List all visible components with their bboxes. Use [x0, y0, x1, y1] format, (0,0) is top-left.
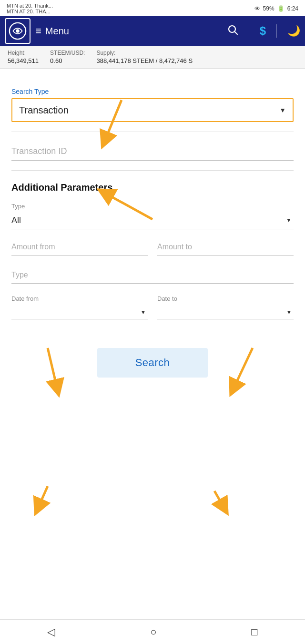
menu-label: Menu — [45, 26, 69, 37]
nav-divider — [249, 24, 249, 38]
divider2 — [11, 170, 294, 171]
svg-point-1 — [16, 29, 20, 33]
type-text-input[interactable] — [11, 267, 294, 284]
logo — [5, 18, 30, 44]
recents-button[interactable]: □ — [251, 626, 257, 638]
type-select-wrapper: All Transfer Vote Comment ▼ — [11, 212, 294, 229]
dollar-icon[interactable]: $ — [260, 24, 266, 38]
battery-indicator: 59% — [263, 5, 274, 12]
date-row: Date from ▼ Date to ▼ — [11, 295, 294, 319]
additional-parameters-title: Additional Parameters — [11, 182, 294, 193]
info-bar: Height: 56,349,511 STEEM/USD: 0.60 Suppl… — [0, 46, 305, 69]
supply-info: Supply: 388,441,178 STEEM / 8,472,746 S — [96, 50, 193, 64]
search-type-select-wrapper: Transaction Block Account Witness ▼ — [11, 98, 294, 122]
amount-from-col — [11, 239, 148, 256]
type-field-section: Type All Transfer Vote Comment ▼ — [11, 203, 294, 229]
date-from-select-wrapper: ▼ — [11, 305, 148, 319]
steem-logo-icon — [9, 22, 27, 40]
menu-button[interactable]: ≡ Menu — [35, 25, 227, 37]
supply-value: 388,441,178 STEEM / 8,472,746 S — [96, 57, 193, 64]
svg-line-9 — [38, 486, 48, 508]
amount-to-input[interactable] — [157, 239, 294, 256]
main-content: Search Type Transaction Block Account Wi… — [0, 69, 305, 387]
date-to-select[interactable] — [157, 305, 294, 319]
height-info: Height: 56,349,511 — [8, 50, 39, 64]
steem-usd-label: STEEM/USD: — [50, 50, 85, 56]
date-from-select[interactable] — [11, 305, 148, 319]
hamburger-icon: ≡ — [35, 25, 41, 37]
eye-icon: 👁 — [254, 5, 260, 12]
svg-line-10 — [214, 491, 224, 508]
clock: 6:24 — [287, 5, 298, 12]
search-icon[interactable] — [227, 24, 238, 38]
carrier-info: MTN at 20. Thank... MTN AT 20. THA... — [7, 3, 53, 14]
divider1 — [11, 132, 294, 132]
steem-usd-value: 0.60 — [50, 57, 85, 64]
svg-line-3 — [234, 32, 237, 35]
transaction-id-field — [11, 142, 294, 161]
transaction-id-input[interactable] — [11, 142, 294, 161]
height-value: 56,349,511 — [8, 57, 39, 64]
back-button[interactable]: ◁ — [47, 626, 55, 638]
search-type-label: Search Type — [11, 88, 294, 95]
date-from-col: Date from ▼ — [11, 295, 148, 319]
search-type-section: Search Type Transaction Block Account Wi… — [11, 88, 294, 122]
home-button[interactable]: ○ — [150, 626, 156, 638]
search-button[interactable]: Search — [97, 348, 208, 378]
search-type-select[interactable]: Transaction Block Account Witness — [12, 99, 293, 121]
moon-icon[interactable]: 🌙 — [287, 25, 300, 37]
nav-divider2 — [276, 24, 277, 38]
amount-from-input[interactable] — [11, 239, 148, 256]
search-button-wrapper: Search — [11, 348, 294, 387]
carrier1: MTN at 20. Thank... — [7, 3, 53, 9]
type-dropdown-label: Type — [11, 203, 294, 210]
amount-to-col — [157, 239, 294, 256]
date-from-label: Date from — [11, 295, 148, 302]
steem-usd-info: STEEM/USD: 0.60 — [50, 50, 85, 64]
nav-bar: ≡ Menu $ 🌙 — [0, 16, 305, 46]
status-bar: MTN at 20. Thank... MTN AT 20. THA... 👁 … — [0, 0, 305, 16]
type-select[interactable]: All Transfer Vote Comment — [11, 212, 294, 229]
supply-label: Supply: — [96, 50, 193, 56]
date-to-col: Date to ▼ — [157, 295, 294, 319]
nav-icons: $ 🌙 — [227, 24, 300, 38]
date-to-select-wrapper: ▼ — [157, 305, 294, 319]
height-label: Height: — [8, 50, 39, 56]
type-text-field — [11, 267, 294, 284]
battery-icon: 🔋 — [277, 5, 285, 12]
date-to-label: Date to — [157, 295, 294, 302]
carrier2: MTN AT 20. THA... — [7, 9, 53, 14]
bottom-nav: ◁ ○ □ — [0, 619, 305, 644]
status-right: 👁 59% 🔋 6:24 — [254, 5, 298, 12]
amount-row — [11, 239, 294, 256]
